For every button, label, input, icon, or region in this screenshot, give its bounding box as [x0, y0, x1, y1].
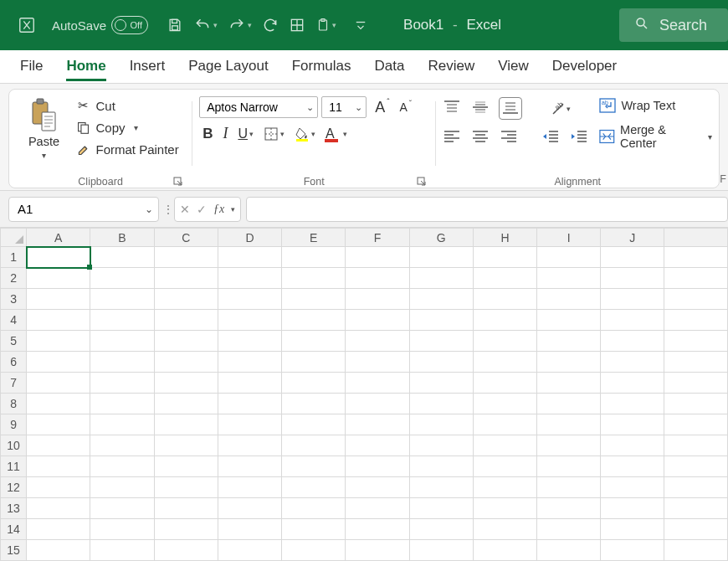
cell-J10[interactable]: [601, 435, 664, 456]
cell-A15[interactable]: [27, 540, 90, 561]
cell-F4[interactable]: [346, 310, 409, 331]
cell-E15[interactable]: [282, 540, 346, 561]
cell-A5[interactable]: [27, 331, 90, 352]
cell-H14[interactable]: [473, 519, 536, 540]
increase-font-button[interactable]: Aˆ: [375, 99, 389, 116]
cell-A9[interactable]: [27, 414, 90, 435]
cell-H13[interactable]: [473, 498, 536, 519]
col-header-E[interactable]: E: [282, 229, 346, 247]
cell-F13[interactable]: [346, 498, 409, 519]
grid-icon-button[interactable]: [285, 13, 309, 38]
cell-I9[interactable]: [537, 414, 601, 435]
cell-I5[interactable]: [537, 331, 601, 352]
cell-A12[interactable]: [27, 477, 90, 498]
tab-data[interactable]: Data: [375, 53, 405, 81]
cell-I15[interactable]: [537, 540, 601, 561]
cell-overflow[interactable]: [664, 540, 728, 561]
cell-H1[interactable]: [473, 247, 536, 268]
cell-C15[interactable]: [154, 540, 218, 561]
cell-overflow[interactable]: [664, 477, 728, 498]
insert-function-button[interactable]: ƒx: [213, 203, 224, 216]
chevron-down-icon[interactable]: ▾: [248, 21, 252, 29]
row-header-3[interactable]: 3: [1, 289, 27, 310]
cell-G13[interactable]: [409, 498, 473, 519]
col-header-F[interactable]: F: [346, 229, 409, 247]
cell-C9[interactable]: [154, 414, 218, 435]
cell-B13[interactable]: [90, 498, 154, 519]
cell-B9[interactable]: [90, 414, 154, 435]
cell-I4[interactable]: [537, 310, 601, 331]
cell-E14[interactable]: [282, 519, 346, 540]
cell-C11[interactable]: [154, 456, 218, 477]
cell-J3[interactable]: [601, 289, 664, 310]
row-header-8[interactable]: 8: [1, 394, 27, 414]
cell-C10[interactable]: [154, 435, 218, 456]
cell-J5[interactable]: [601, 331, 664, 352]
cell-D2[interactable]: [218, 268, 281, 289]
cell-I3[interactable]: [537, 289, 601, 310]
refresh-button[interactable]: [259, 13, 282, 38]
cell-H11[interactable]: [473, 456, 536, 477]
worksheet[interactable]: ABCDEFGHIJ123456789101112131415: [0, 228, 728, 561]
cell-D7[interactable]: [218, 373, 281, 394]
fill-color-button[interactable]: ▾: [295, 126, 315, 142]
align-top-button[interactable]: [443, 100, 461, 117]
cell-I1[interactable]: [537, 247, 601, 268]
qat-customize-button[interactable]: [351, 13, 370, 38]
cell-H5[interactable]: [473, 331, 536, 352]
cell-J7[interactable]: [601, 373, 664, 394]
font-color-button[interactable]: A ▾: [326, 126, 347, 142]
row-header-9[interactable]: 9: [1, 414, 27, 435]
font-name-combo[interactable]: Aptos Narrow ⌄: [199, 96, 318, 118]
chevron-down-icon[interactable]: ⌄: [145, 203, 153, 215]
cell-F14[interactable]: [346, 519, 409, 540]
chevron-down-icon[interactable]: ▾: [343, 130, 347, 138]
cell-overflow[interactable]: [664, 310, 728, 331]
col-header-A[interactable]: A: [27, 229, 90, 247]
copy-button[interactable]: Copy ▾: [74, 119, 180, 136]
cell-G9[interactable]: [409, 414, 473, 435]
chevron-down-icon[interactable]: ▾: [249, 130, 254, 138]
chevron-down-icon[interactable]: ▾: [134, 123, 138, 132]
cell-H2[interactable]: [473, 268, 536, 289]
tab-page-layout[interactable]: Page Layout: [188, 53, 268, 81]
clipboard-dialog-launcher[interactable]: [173, 177, 183, 188]
tab-developer[interactable]: Developer: [552, 53, 618, 81]
cell-G11[interactable]: [409, 456, 473, 477]
paste-dropdown-button[interactable]: ▾: [312, 13, 340, 38]
cell-C13[interactable]: [154, 498, 218, 519]
cell-overflow[interactable]: [664, 352, 728, 373]
col-header-C[interactable]: C: [154, 229, 218, 247]
cell-B11[interactable]: [90, 456, 154, 477]
cell-B3[interactable]: [90, 289, 154, 310]
cell-E4[interactable]: [282, 310, 346, 331]
cell-E11[interactable]: [282, 456, 346, 477]
row-header-2[interactable]: 2: [1, 268, 27, 289]
cell-F9[interactable]: [346, 414, 409, 435]
cell-C14[interactable]: [154, 519, 218, 540]
cell-overflow[interactable]: [664, 373, 728, 394]
align-bottom-button[interactable]: [500, 98, 521, 119]
cell-G2[interactable]: [409, 268, 473, 289]
col-header-overflow[interactable]: [664, 229, 728, 247]
borders-button[interactable]: ▾: [264, 126, 285, 142]
autosave-switch[interactable]: Off: [111, 16, 148, 34]
cell-F3[interactable]: [346, 289, 409, 310]
cell-J6[interactable]: [601, 352, 664, 373]
cell-B1[interactable]: [90, 247, 154, 268]
cell-C5[interactable]: [154, 331, 218, 352]
col-header-B[interactable]: B: [90, 229, 154, 247]
cell-G5[interactable]: [409, 331, 473, 352]
row-header-1[interactable]: 1: [1, 247, 27, 268]
cell-D15[interactable]: [218, 540, 281, 561]
cell-G12[interactable]: [409, 477, 473, 498]
chevron-down-icon[interactable]: ▾: [231, 205, 235, 214]
italic-button[interactable]: I: [223, 125, 228, 142]
cell-H7[interactable]: [473, 373, 536, 394]
cell-B10[interactable]: [90, 435, 154, 456]
cell-overflow[interactable]: [664, 435, 728, 456]
font-dialog-launcher[interactable]: [417, 177, 427, 188]
cell-E1[interactable]: [282, 247, 346, 268]
cell-J13[interactable]: [601, 498, 664, 519]
cell-E5[interactable]: [282, 331, 346, 352]
